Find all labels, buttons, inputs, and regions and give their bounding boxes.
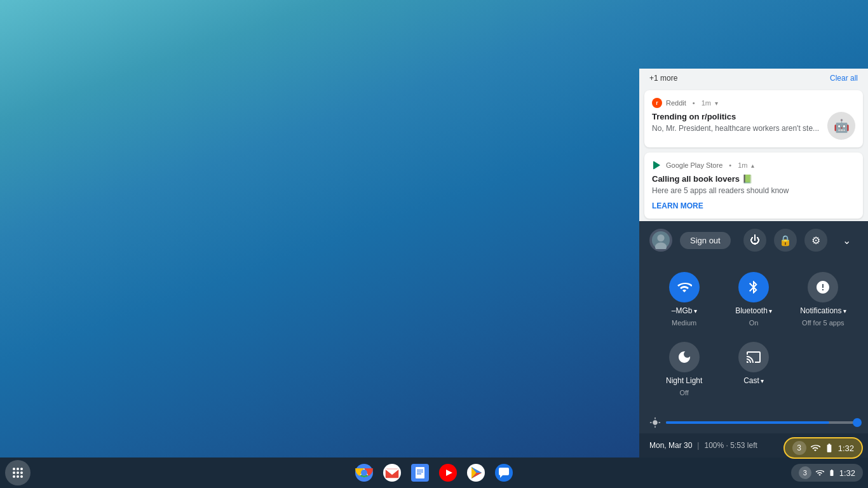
bluetooth-tile[interactable]: Bluetooth ▾ On	[719, 264, 788, 334]
night-light-icon	[669, 342, 700, 372]
taskbar-wifi-icon	[815, 468, 824, 477]
brightness-thumb[interactable]	[853, 418, 862, 427]
date-label: Mon, Mar 30	[649, 441, 692, 450]
tray-highlight-inner: 3 1:32	[792, 441, 854, 455]
wifi-sublabel: Medium	[672, 319, 696, 327]
reddit-notification-header: r Reddit • 1m ▾	[652, 98, 855, 108]
play-store-content-row: Calling all book lovers 📗 Here are 5 app…	[652, 174, 855, 211]
taskbar-gmail-icon[interactable]	[379, 460, 405, 485]
taskbar-time: 1:32	[839, 468, 855, 478]
play-store-chevron-icon[interactable]: ▴	[751, 162, 754, 169]
cast-label: Cast	[743, 376, 759, 385]
power-button[interactable]: ⏻	[743, 229, 766, 252]
user-avatar	[649, 229, 672, 252]
reddit-icon: r	[652, 98, 662, 108]
taskbar-left	[5, 460, 31, 485]
reddit-chevron-icon[interactable]: ▾	[715, 100, 718, 107]
reddit-content-row: Trending on r/politics No, Mr. President…	[652, 112, 855, 140]
taskbar-play-store-icon[interactable]	[463, 460, 489, 485]
taskbar-right: 3 1:32	[791, 464, 863, 482]
notifications-sublabel: Off for 5 apps	[802, 319, 844, 327]
night-light-tile[interactable]: Night Light Off	[649, 334, 719, 404]
bluetooth-sublabel: On	[749, 319, 759, 327]
reddit-time-val: 1m	[702, 99, 711, 107]
taskbar-messages-icon[interactable]	[491, 460, 517, 485]
reddit-notification-body: No, Mr. President, healthcare workers ar…	[652, 123, 822, 134]
brightness-row	[639, 414, 868, 433]
launcher-button[interactable]	[5, 460, 31, 485]
quick-settings-header: Sign out ⏻ 🔒 ⚙ ⌄	[639, 221, 868, 259]
svg-rect-19	[416, 467, 424, 478]
svg-point-15	[361, 470, 367, 476]
reddit-notification-title: Trending on r/politics	[652, 112, 822, 121]
notifications-dropdown-arrow[interactable]: ▾	[843, 308, 846, 315]
svg-point-4	[13, 468, 15, 470]
reddit-text-area: Trending on r/politics No, Mr. President…	[652, 112, 822, 134]
clear-all-button[interactable]: Clear all	[830, 74, 858, 83]
notifications-area: +1 more Clear all r Reddit • 1m ▾ Tren	[639, 69, 868, 221]
system-tray[interactable]: 3 1:32	[791, 464, 863, 482]
quick-tiles-grid: –MGb ▾ Medium Bluetooth ▾	[639, 259, 868, 414]
battery-info: 100% · 5:53 left	[704, 441, 757, 450]
cast-dropdown-arrow[interactable]: ▾	[761, 377, 764, 384]
bluetooth-label: Bluetooth	[735, 306, 768, 315]
system-tray-highlight[interactable]: 3 1:32	[783, 437, 863, 459]
tray-battery-icon	[824, 443, 834, 453]
expand-button[interactable]: ⌄	[835, 229, 858, 252]
reddit-avatar: 🤖	[827, 112, 855, 140]
brightness-fill	[666, 421, 829, 424]
wifi-label: –MGb	[672, 306, 693, 315]
svg-rect-22	[417, 473, 421, 475]
play-store-time-val: 1m	[738, 161, 747, 169]
brightness-slider[interactable]	[666, 421, 858, 424]
reddit-source: r Reddit • 1m ▾	[652, 98, 718, 108]
play-store-notification-card[interactable]: Google Play Store • 1m ▴ Calling all boo…	[644, 152, 863, 219]
taskbar-battery-icon	[828, 468, 836, 477]
svg-point-7	[13, 471, 15, 474]
taskbar-chrome-icon[interactable]	[351, 460, 377, 485]
lock-button[interactable]: 🔒	[774, 229, 797, 252]
wifi-icon	[669, 272, 700, 302]
notifications-top-bar: +1 more Clear all	[639, 69, 868, 85]
reddit-source-label: Reddit	[666, 99, 686, 107]
cast-tile[interactable]: Cast ▾	[719, 334, 788, 404]
play-store-time-dot: •	[729, 161, 731, 169]
learn-more-button[interactable]: LEARN MORE	[652, 201, 703, 210]
night-light-label: Night Light	[666, 376, 702, 385]
svg-rect-21	[417, 471, 423, 473]
taskbar-docs-icon[interactable]	[407, 460, 433, 485]
wifi-dropdown-arrow[interactable]: ▾	[694, 308, 697, 315]
svg-point-9	[20, 471, 23, 474]
play-store-text-area: Calling all book lovers 📗 Here are 5 app…	[652, 174, 855, 211]
tray-wifi-icon	[810, 443, 820, 453]
night-light-sublabel: Off	[679, 389, 688, 396]
svg-point-5	[17, 468, 19, 470]
desktop: +1 more Clear all r Reddit • 1m ▾ Tren	[0, 0, 868, 488]
svg-point-1	[657, 234, 664, 241]
brightness-icon	[649, 417, 661, 428]
notifications-icon	[808, 272, 838, 302]
sign-out-button[interactable]: Sign out	[680, 232, 731, 249]
svg-point-12	[20, 475, 23, 478]
svg-point-10	[13, 475, 15, 478]
play-store-source-label: Google Play Store	[666, 161, 722, 169]
play-store-notification-title: Calling all book lovers 📗	[652, 174, 855, 184]
bluetooth-icon	[738, 272, 769, 302]
play-store-notification-header: Google Play Store • 1m ▴	[652, 160, 855, 170]
more-label: +1 more	[649, 74, 677, 83]
reddit-notification-card[interactable]: r Reddit • 1m ▾ Trending on r/politics N…	[644, 90, 863, 147]
wifi-tile[interactable]: –MGb ▾ Medium	[649, 264, 719, 334]
svg-point-6	[20, 468, 23, 470]
google-play-icon	[652, 160, 662, 170]
separator: |	[697, 441, 699, 450]
tray-notification-count: 3	[792, 441, 806, 455]
notification-panel: +1 more Clear all r Reddit • 1m ▾ Tren	[639, 69, 868, 458]
quick-settings-panel: Sign out ⏻ 🔒 ⚙ ⌄ –MGb ▾	[639, 221, 868, 458]
taskbar-youtube-icon[interactable]	[435, 460, 461, 485]
tray-count: 3	[799, 466, 811, 479]
settings-button[interactable]: ⚙	[804, 229, 827, 252]
notifications-tile[interactable]: Notifications ▾ Off for 5 apps	[789, 264, 858, 334]
taskbar-center	[351, 460, 517, 485]
bluetooth-dropdown-arrow[interactable]: ▾	[769, 308, 772, 315]
taskbar: 3 1:32	[0, 458, 868, 488]
